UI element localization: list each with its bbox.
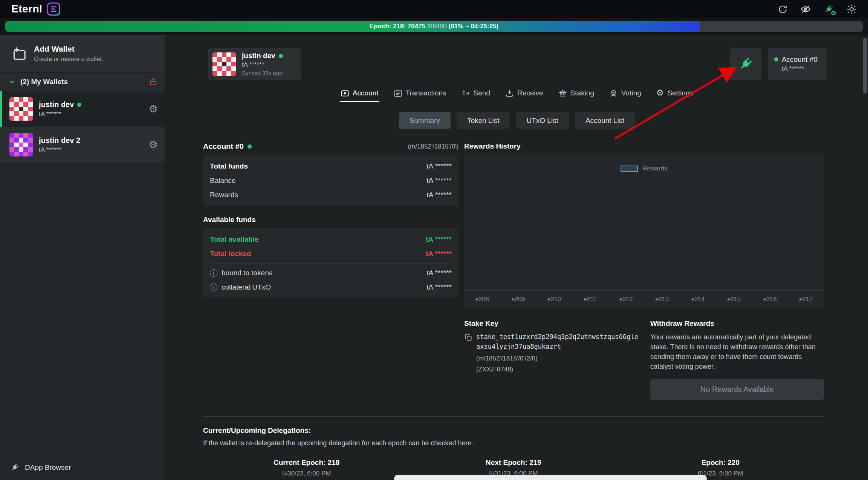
tab-account[interactable]: Account — [341, 89, 379, 102]
chart-column — [788, 155, 824, 290]
chart-x-label: e214 — [680, 296, 716, 303]
wallet-online-dot — [77, 103, 81, 107]
scrollbar-thumb[interactable] — [863, 38, 867, 94]
locked-row: Total locked tA ****** — [210, 247, 452, 261]
account-selector-label: Account #0 — [782, 55, 818, 64]
subtab-label: Token List — [467, 117, 500, 124]
transactions-icon — [394, 89, 402, 98]
add-wallet-subtitle: Create or restore a wallet. — [34, 56, 103, 63]
available-label: Total available — [210, 235, 259, 244]
withdraw-rewards-block: Withdraw Rewards Your rewards are automa… — [650, 319, 824, 400]
tab-send[interactable]: Send — [462, 89, 490, 102]
settings-gear-icon — [656, 89, 664, 98]
wallet-header-row: justin dev tA ****** Synced 35s ago — [166, 35, 868, 80]
summary-content: Account #0 (m/1852'/1815'/0') Total fund… — [166, 129, 868, 480]
no-rewards-available-button[interactable]: No Rewards Available — [650, 379, 824, 400]
receive-icon — [505, 89, 514, 98]
dapp-browser-button[interactable]: DApp Browser — [0, 455, 165, 480]
dapp-connector-chip[interactable] — [730, 48, 761, 80]
delegations-section: Current/Upcoming Delegations: If the wal… — [203, 416, 824, 477]
stake-key-block: Stake Key stake_test1uzxrd2p294q3p2q2uth… — [464, 319, 640, 400]
main-nav-tabs: Account Transactions Send — [166, 89, 868, 102]
detail-value: tA ****** — [426, 283, 452, 291]
dapp-browser-label: DApp Browser — [25, 463, 71, 472]
lock-open-icon[interactable] — [149, 77, 158, 86]
stake-key-heading: Stake Key — [464, 319, 640, 328]
detail-value: tA ****** — [426, 269, 452, 277]
subtab-token-list[interactable]: Token List — [457, 112, 510, 129]
withdraw-rewards-heading: Withdraw Rewards — [650, 319, 824, 328]
epoch-title: Epoch: 220 — [617, 459, 824, 467]
account-online-dot — [774, 57, 778, 61]
wallet-avatar — [212, 52, 236, 76]
fund-row: Rewards tA ****** — [210, 188, 452, 202]
subtab-utxo-list[interactable]: UTxO List — [516, 112, 568, 129]
sync-icon[interactable] — [778, 4, 788, 14]
tab-label: Send — [474, 89, 490, 97]
app-logo: Eternl — [11, 2, 60, 16]
wallet-settings-gear-icon[interactable] — [149, 104, 158, 114]
tab-label: Transactions — [406, 89, 446, 97]
copy-icon[interactable] — [464, 333, 472, 342]
chart-column — [680, 155, 717, 290]
header-wallet-balance: tA ****** — [242, 61, 283, 69]
staking-icon — [558, 89, 567, 98]
chart-x-label: e211 — [572, 296, 608, 303]
wallet-settings-gear-icon[interactable] — [149, 140, 158, 150]
account-subtabs: Summary Token List UTxO List Account Lis… — [166, 112, 868, 129]
epoch-progress-row: Epoch: 218: 70475 /86400 (81% ~ 04:25:25… — [0, 18, 868, 35]
fund-row: Balance tA ****** — [210, 173, 452, 188]
wallet-online-dot — [279, 54, 283, 58]
topbar: Eternl — [0, 0, 868, 18]
wallet-balance: tA ****** — [39, 146, 80, 154]
rewards-legend-swatch — [620, 166, 638, 172]
wallet-avatar — [9, 133, 33, 156]
account-icon — [341, 89, 349, 98]
available-value: tA ****** — [426, 235, 452, 244]
wallet-balance: tA ****** — [39, 110, 81, 118]
dapp-connector-icon[interactable] — [824, 4, 834, 14]
fund-row: Total funds tA ****** — [210, 159, 452, 173]
tab-voting[interactable]: Voting — [609, 89, 641, 102]
tab-label: Account — [353, 89, 379, 97]
tab-staking[interactable]: Staking — [558, 89, 594, 102]
chart-column — [752, 155, 789, 290]
sync-status: Synced 35s ago — [242, 70, 283, 76]
detail-label: collateral UTxO — [222, 283, 271, 291]
subtab-label: UTxO List — [526, 117, 558, 124]
rewards-history-chart: Rewards e208e209e210e211e212e213e214e215… — [464, 155, 824, 308]
available-funds-heading: Available funds — [203, 216, 458, 224]
chart-x-label: e210 — [536, 296, 572, 303]
rewards-chart-labels: e208e209e210e211e212e213e214e215e216e217 — [464, 291, 824, 308]
epoch-date: 5/30/23, 6:00 PM — [203, 470, 410, 477]
topbar-actions — [778, 4, 857, 14]
tab-transactions[interactable]: Transactions — [394, 89, 446, 102]
epoch-title: Current Epoch: 218 — [203, 459, 410, 467]
wallet-list-item[interactable]: justin dev 2 tA ****** — [0, 127, 165, 163]
eternl-logo-icon — [47, 2, 60, 16]
chart-x-label: e216 — [752, 296, 788, 303]
stake-key-address[interactable]: stake_test1uzxrd2p294q3p2q2uthwstzqus66g… — [476, 332, 638, 351]
locked-value: tA ****** — [426, 250, 452, 258]
chart-column — [536, 155, 572, 290]
account-selector-card[interactable]: Account #0 tA ****** — [768, 48, 827, 80]
chart-x-label: e217 — [788, 296, 824, 303]
wallet-list-item[interactable]: justin dev tA ****** — [0, 91, 165, 127]
account-online-dot — [248, 144, 252, 149]
wallet-avatar — [9, 97, 33, 121]
hide-balances-icon[interactable] — [801, 4, 811, 14]
active-wallet-card[interactable]: justin dev tA ****** Synced 35s ago — [208, 48, 301, 80]
my-wallets-header[interactable]: (2) My Wallets — [0, 72, 165, 91]
subtab-summary[interactable]: Summary — [399, 112, 451, 129]
light-mode-icon[interactable] — [847, 4, 857, 14]
app-title: Eternl — [11, 3, 42, 15]
tab-label: Staking — [570, 89, 594, 97]
wallet-name: justin dev — [39, 100, 74, 109]
tab-receive[interactable]: Receive — [505, 89, 543, 102]
subtab-account-list[interactable]: Account List — [575, 112, 635, 129]
fund-value: tA ****** — [426, 176, 452, 185]
fund-value: tA ****** — [426, 191, 452, 199]
add-wallet-button[interactable]: Add Wallet Create or restore a wallet. — [0, 35, 165, 72]
tab-settings[interactable]: Settings — [656, 89, 693, 102]
fund-value: tA ****** — [426, 162, 452, 170]
